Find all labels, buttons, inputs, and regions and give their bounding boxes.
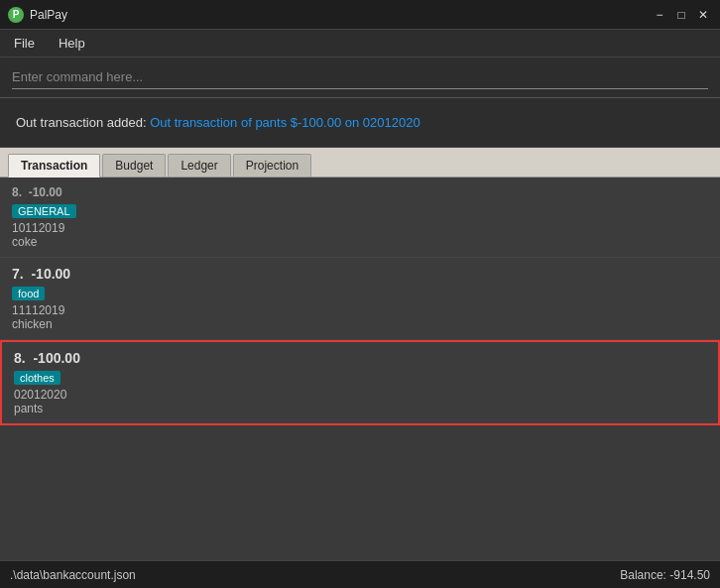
- command-area: [0, 58, 720, 98]
- status-highlight: Out transaction of pants $-100.00 on 020…: [150, 115, 420, 130]
- balance-value: -914.50: [669, 568, 710, 582]
- tx-category-badge: GENERAL: [12, 204, 76, 218]
- tx-number-amount: 8. -100.00: [14, 350, 706, 366]
- status-bar: .\data\bankaccount.json Balance: -914.50: [0, 560, 720, 588]
- main-content: Out transaction added: Out transaction o…: [0, 58, 720, 588]
- status-message: Out transaction added: Out transaction o…: [0, 98, 720, 148]
- file-path: .\data\bankaccount.json: [10, 568, 136, 582]
- title-bar: P PalPay − □ ✕: [0, 0, 720, 30]
- tx-date: 10112019: [12, 221, 708, 235]
- tx-name: chicken: [12, 317, 708, 331]
- transaction-item-tx-8[interactable]: 8. -100.00 clothes 02012020 pants: [0, 340, 720, 425]
- tab-budget[interactable]: Budget: [102, 154, 166, 176]
- close-button[interactable]: ✕: [694, 6, 712, 24]
- menu-bar: File Help: [0, 30, 720, 58]
- status-prefix: Out transaction added:: [16, 115, 150, 130]
- tabs-bar: Transaction Budget Ledger Projection: [0, 148, 720, 177]
- tab-projection[interactable]: Projection: [233, 154, 311, 176]
- maximize-button[interactable]: □: [672, 6, 690, 24]
- app-icon-text: P: [13, 9, 20, 20]
- tab-ledger[interactable]: Ledger: [168, 154, 230, 176]
- command-input[interactable]: [12, 65, 708, 89]
- balance-label: Balance:: [620, 568, 669, 582]
- tx-date: 02012020: [14, 388, 706, 402]
- tx-date: 11112019: [12, 303, 708, 317]
- app-icon: P: [8, 7, 24, 23]
- window-title: PalPay: [30, 8, 67, 22]
- window-controls: − □ ✕: [651, 6, 712, 24]
- tx-name: pants: [14, 402, 706, 415]
- status-text: Out transaction added: Out transaction o…: [16, 115, 420, 130]
- menu-file[interactable]: File: [10, 34, 39, 53]
- tx-category-badge: clothes: [14, 371, 60, 385]
- transaction-list: 8. -10.00 GENERAL 10112019 coke 7. -10.0…: [0, 177, 720, 588]
- balance-display: Balance: -914.50: [620, 568, 710, 582]
- transaction-item-tx-6[interactable]: 8. -10.00 GENERAL 10112019 coke: [0, 177, 720, 258]
- tx-name: coke: [12, 235, 708, 249]
- tab-transaction[interactable]: Transaction: [8, 154, 100, 177]
- tx-category-badge: food: [12, 287, 45, 300]
- minimize-button[interactable]: −: [651, 6, 668, 24]
- transaction-item-tx-7[interactable]: 7. -10.00 food 11112019 chicken: [0, 258, 720, 340]
- title-bar-left: P PalPay: [8, 7, 67, 23]
- tx-number-amount: 7. -10.00: [12, 266, 708, 282]
- tx-number-amount: 8. -10.00: [12, 185, 708, 199]
- menu-help[interactable]: Help: [55, 34, 89, 53]
